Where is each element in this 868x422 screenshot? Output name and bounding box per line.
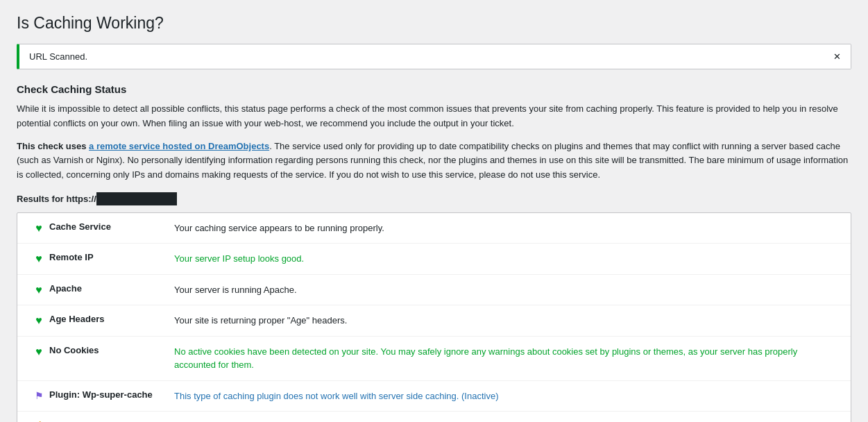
- heart-icon-ageheaders: ♥: [28, 314, 49, 327]
- results-for-label: Results for https://: [17, 194, 96, 204]
- result-label-nocookies: No Cookies: [49, 345, 174, 355]
- warning-strong: This check uses a remote service hosted …: [17, 141, 269, 151]
- warning-text: This check uses a remote service hosted …: [17, 140, 851, 183]
- result-label-remoteip: Remote IP: [49, 252, 174, 262]
- result-message-ageheaders: Your site is returning proper "Age" head…: [174, 314, 840, 328]
- table-row: ♥ Cache Service Your caching service app…: [17, 213, 851, 244]
- result-label-apache: Apache: [49, 283, 174, 294]
- table-row: ♥ Remote IP Your server IP setup looks g…: [17, 244, 851, 275]
- section-title: Check Caching Status: [17, 83, 851, 95]
- table-row: ♥ No Cookies No active cookies have been…: [17, 337, 851, 381]
- url-scanned-label: URL Scanned.: [29, 51, 87, 62]
- page-title: Is Caching Working?: [17, 14, 851, 33]
- result-label-plugin: Plugin: Wp-super-cache: [49, 389, 174, 400]
- table-row: ♥ Age Headers Your site is returning pro…: [17, 305, 851, 337]
- heart-icon-nocookies: ♥: [28, 345, 49, 358]
- url-scanned-bar: URL Scanned. ✕: [17, 44, 851, 69]
- check-caching-section: Check Caching Status While it is impossi…: [17, 83, 851, 422]
- result-label-cache: Cache Service: [49, 221, 174, 232]
- heart-icon-cache: ♥: [28, 221, 49, 235]
- heart-icon-remoteip: ♥: [28, 252, 49, 265]
- table-row: ♥ Apache Your server is running Apache.: [17, 275, 851, 306]
- heart-icon-apache: ♥: [28, 283, 49, 296]
- close-icon[interactable]: ✕: [833, 51, 841, 62]
- result-message-remoteip: Your server IP setup looks good.: [174, 252, 840, 266]
- dreamobjects-link[interactable]: a remote service hosted on DreamObjects: [89, 141, 269, 151]
- flag-icon-plugin: ⚑: [28, 389, 49, 401]
- result-message-cache: Your caching service appears to be runni…: [174, 221, 840, 235]
- table-row: 👍 Theme Check No installed themes were f…: [17, 412, 851, 422]
- results-header: Results for https://: [17, 192, 851, 205]
- results-table: ♥ Cache Service Your caching service app…: [17, 212, 851, 422]
- table-row: ⚑ Plugin: Wp-super-cache This type of ca…: [17, 381, 851, 412]
- result-label-ageheaders: Age Headers: [49, 314, 174, 324]
- result-message-plugin: This type of caching plugin does not wor…: [174, 389, 840, 403]
- description-text: While it is impossible to detect all pos…: [17, 102, 851, 131]
- result-message-apache: Your server is running Apache.: [174, 283, 840, 297]
- results-url-masked: [96, 192, 177, 205]
- result-message-nocookies: No active cookies have been detected on …: [174, 345, 840, 372]
